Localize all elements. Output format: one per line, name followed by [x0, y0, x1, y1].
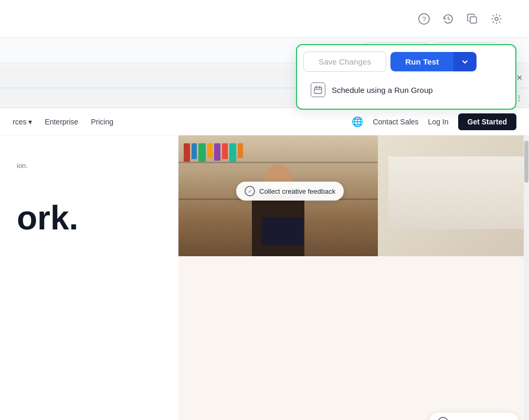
- badge-1-text: Collect creative feedback: [259, 187, 335, 195]
- history-icon[interactable]: [441, 12, 456, 26]
- run-test-dropdown: Save Changes Run Test Schedule using a R…: [296, 44, 516, 110]
- site-navigation: rces ▾ Enterprise Pricing 🌐 Contact Sale…: [0, 108, 529, 135]
- schedule-run-group-item[interactable]: Schedule using a Run Group: [303, 77, 509, 102]
- nav-enterprise[interactable]: Enterprise: [45, 118, 78, 126]
- save-changes-button[interactable]: Save Changes: [303, 51, 386, 72]
- svg-rect-2: [470, 17, 477, 23]
- nav-pricing[interactable]: Pricing: [91, 118, 113, 126]
- copy-icon[interactable]: [465, 12, 480, 26]
- hero-image-right: [378, 135, 529, 256]
- site-nav-right: 🌐 Contact Sales Log In Get Started: [352, 113, 516, 130]
- main-toolbar: ?: [0, 0, 529, 38]
- help-icon[interactable]: ?: [417, 12, 431, 26]
- run-test-button[interactable]: Run Test: [390, 52, 453, 71]
- site-left-panel: ion. ork.: [0, 135, 178, 420]
- close-window-icon[interactable]: ✕: [516, 74, 523, 82]
- schedule-label: Schedule using a Run Group: [332, 86, 433, 94]
- site-main-content: ion. ork.: [0, 135, 529, 420]
- contact-sales-link[interactable]: Contact Sales: [373, 118, 418, 126]
- hero-text-partial: ork.: [17, 201, 162, 235]
- nav-resources[interactable]: rces ▾: [13, 118, 32, 126]
- svg-point-5: [318, 90, 319, 91]
- feedback-badge-1: ✓ Collect creative feedback: [236, 182, 344, 201]
- svg-point-3: [495, 17, 498, 20]
- settings-icon[interactable]: [489, 12, 504, 26]
- svg-text:?: ?: [422, 15, 426, 23]
- check-circle-icon-1: ✓: [245, 186, 255, 196]
- log-in-link[interactable]: Log In: [428, 118, 449, 126]
- badge-2-text: Get budget sign-off: [452, 418, 510, 421]
- more-options-icon[interactable]: ⋮: [515, 94, 523, 102]
- site-nav-left: rces ▾ Enterprise Pricing: [13, 118, 113, 126]
- globe-icon[interactable]: 🌐: [352, 116, 363, 128]
- action-btn-group: Save Changes Run Test: [303, 51, 509, 72]
- check-circle-icon-2: ✓: [438, 417, 448, 420]
- toolbar-icon-group: ?: [417, 12, 504, 26]
- website-content: rces ▾ Enterprise Pricing 🌐 Contact Sale…: [0, 108, 529, 420]
- partial-body-text: ion.: [17, 162, 162, 170]
- page-scrollbar[interactable]: [524, 135, 529, 420]
- site-right-panel: ✓ Collect creative feedback ✓ Get budget…: [178, 135, 529, 420]
- get-started-button[interactable]: Get Started: [458, 113, 516, 130]
- feedback-badge-2: ✓ Get budget sign-off: [429, 413, 519, 420]
- run-test-chevron-button[interactable]: [453, 52, 477, 71]
- scrollbar-thumb: [524, 141, 528, 183]
- calendar-icon: [311, 82, 325, 97]
